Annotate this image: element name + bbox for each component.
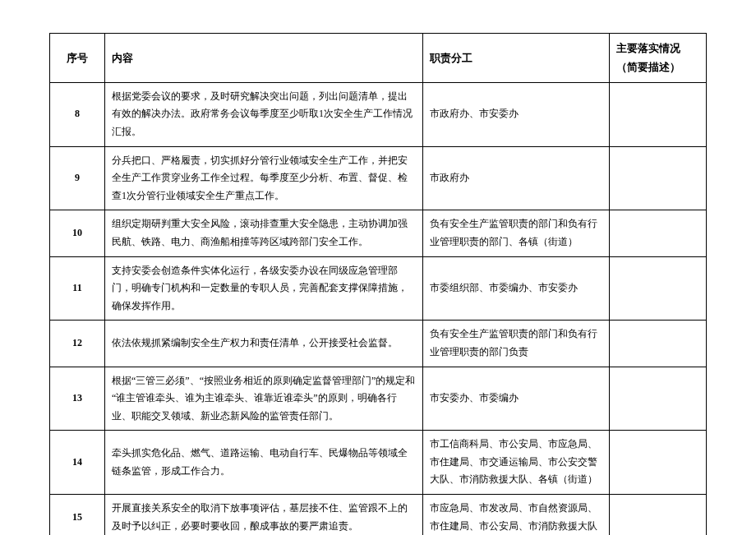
cell-seq: 15 <box>50 495 105 535</box>
cell-status <box>610 82 707 146</box>
cell-status <box>610 367 707 431</box>
cell-resp: 市委组织部、市委编办、市安委办 <box>423 256 610 321</box>
cell-status <box>610 146 707 210</box>
cell-seq: 9 <box>50 146 105 210</box>
cell-seq: 8 <box>50 82 105 146</box>
cell-content: 开展直接关系安全的取消下放事项评估，基层接不住、监管跟不上的及时予以纠正，必要时… <box>105 495 423 535</box>
cell-status <box>610 431 707 495</box>
table-row: 14牵头抓实危化品、燃气、道路运输、电动自行车、民爆物品等领域全链条监管，形成工… <box>50 431 707 495</box>
table-row: 11支持安委会创造条件实体化运行，各级安委办设在同级应急管理部门，明确专门机构和… <box>50 256 707 321</box>
cell-content: 根据“三管三必须”、“按照业务相近的原则确定监督管理部门”的规定和“谁主管谁牵头… <box>105 367 423 431</box>
cell-seq: 13 <box>50 367 105 431</box>
cell-status <box>610 256 707 321</box>
cell-content: 依法依规抓紧编制安全生产权力和责任清单，公开接受社会监督。 <box>105 321 423 367</box>
cell-seq: 12 <box>50 321 105 367</box>
table-row: 15开展直接关系安全的取消下放事项评估，基层接不住、监管跟不上的及时予以纠正，必… <box>50 495 707 535</box>
cell-content: 根据党委会议的要求，及时研究解决突出问题，列出问题清单，提出有效的解决办法。政府… <box>105 82 423 146</box>
header-status: 主要落实情况（简要描述） <box>610 34 707 83</box>
cell-status <box>610 495 707 535</box>
cell-status <box>610 321 707 367</box>
cell-seq: 14 <box>50 431 105 495</box>
cell-content: 支持安委会创造条件实体化运行，各级安委办设在同级应急管理部门，明确专门机构和一定… <box>105 256 423 321</box>
table-row: 9分兵把口、严格履责，切实抓好分管行业领域安全生产工作，并把安全生产工作贯穿业务… <box>50 146 707 210</box>
cell-resp: 市应急局、市发改局、市自然资源局、市住建局、市公安局、市消防救援大队 <box>423 495 610 535</box>
table-row: 13根据“三管三必须”、“按照业务相近的原则确定监督管理部门”的规定和“谁主管谁… <box>50 367 707 431</box>
header-content: 内容 <box>105 34 423 83</box>
header-seq: 序号 <box>50 34 105 83</box>
cell-resp: 市政府办 <box>423 146 610 210</box>
cell-content: 分兵把口、严格履责，切实抓好分管行业领域安全生产工作，并把安全生产工作贯穿业务工… <box>105 146 423 210</box>
cell-resp: 市安委办、市委编办 <box>423 367 610 431</box>
responsibility-table: 序号 内容 职责分工 主要落实情况（简要描述） 8根据党委会议的要求，及时研究解… <box>49 33 707 535</box>
table-row: 12依法依规抓紧编制安全生产权力和责任清单，公开接受社会监督。负有安全生产监管职… <box>50 321 707 367</box>
cell-content: 组织定期研判重大安全风险，滚动排查重大安全隐患，主动协调加强民航、铁路、电力、商… <box>105 210 423 256</box>
header-resp: 职责分工 <box>423 34 610 83</box>
cell-seq: 11 <box>50 256 105 321</box>
cell-content: 牵头抓实危化品、燃气、道路运输、电动自行车、民爆物品等领域全链条监管，形成工作合… <box>105 431 423 495</box>
cell-resp: 负有安全生产监管职责的部门和负有行业管理职责的部门、各镇（街道） <box>423 210 610 256</box>
table-row: 10组织定期研判重大安全风险，滚动排查重大安全隐患，主动协调加强民航、铁路、电力… <box>50 210 707 256</box>
table-header-row: 序号 内容 职责分工 主要落实情况（简要描述） <box>50 34 707 83</box>
cell-resp: 市工信商科局、市公安局、市应急局、市住建局、市交通运输局、市公安交警大队、市消防… <box>423 431 610 495</box>
table-row: 8根据党委会议的要求，及时研究解决突出问题，列出问题清单，提出有效的解决办法。政… <box>50 82 707 146</box>
cell-resp: 负有安全生产监管职责的部门和负有行业管理职责的部门负责 <box>423 321 610 367</box>
cell-status <box>610 210 707 256</box>
cell-resp: 市政府办、市安委办 <box>423 82 610 146</box>
cell-seq: 10 <box>50 210 105 256</box>
